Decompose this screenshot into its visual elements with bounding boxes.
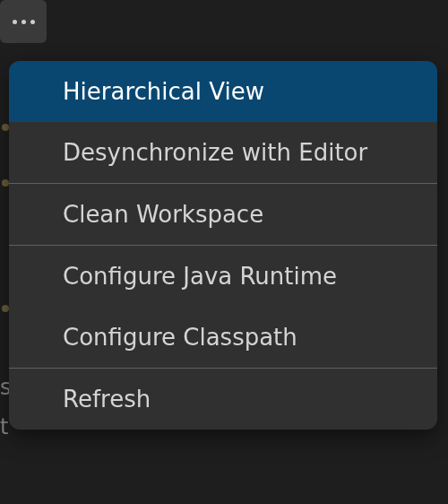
more-horizontal-icon <box>13 20 35 24</box>
menu-item-label: Desynchronize with Editor <box>63 139 367 166</box>
menu-item-label: Configure Java Runtime <box>63 263 337 290</box>
menu-item-label: Clean Workspace <box>63 201 263 228</box>
menu-item-hierarchical-view[interactable]: Hierarchical View <box>9 61 437 122</box>
menu-item-refresh[interactable]: Refresh <box>9 369 437 430</box>
menu-item-label: Configure Classpath <box>63 324 297 351</box>
menu-item-configure-classpath[interactable]: Configure Classpath <box>9 307 437 368</box>
menu-item-label: Hierarchical View <box>63 78 264 105</box>
context-menu: Hierarchical View Desynchronize with Edi… <box>9 61 437 430</box>
background-marker <box>2 305 9 312</box>
more-options-button[interactable] <box>0 0 47 43</box>
menu-item-configure-java-runtime[interactable]: Configure Java Runtime <box>9 246 437 307</box>
menu-item-desynchronize[interactable]: Desynchronize with Editor <box>9 122 437 183</box>
background-marker <box>2 179 9 187</box>
menu-item-label: Refresh <box>63 386 151 413</box>
menu-item-clean-workspace[interactable]: Clean Workspace <box>9 184 437 245</box>
background-marker <box>2 124 9 131</box>
